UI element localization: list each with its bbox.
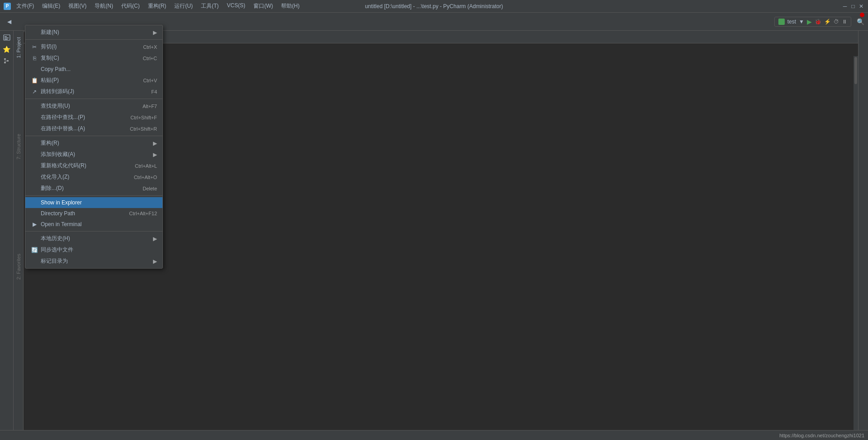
ctx-sep-3 [25, 136, 162, 136]
ctx-find-usages-shortcut: Alt+F7 [143, 104, 157, 109]
ctx-show-explorer[interactable]: Show in Explorer [25, 197, 162, 208]
ctx-delete-shortcut: Delete [143, 186, 157, 191]
ctx-directory-path-shortcut: Ctrl+Alt+F12 [129, 211, 157, 216]
ctx-replace-in-path[interactable]: 在路径中替换...(A) Ctrl+Shift+R [25, 123, 162, 134]
ctx-paste-shortcut: Ctrl+V [143, 78, 157, 83]
ctx-sep-4 [25, 195, 162, 196]
ctx-local-history[interactable]: 本地历史(H) ▶ [25, 233, 162, 244]
ctx-copy-path[interactable]: Copy Path... [25, 64, 162, 75]
ctx-reformat[interactable]: 重新格式化代码(R) Ctrl+Alt+L [25, 160, 162, 171]
ctx-mark-dir-arrow: ▶ [153, 258, 157, 265]
ctx-add-bookmark-arrow: ▶ [153, 151, 157, 158]
ctx-delete-label: 删除...(D) [41, 185, 135, 192]
ctx-reformat-shortcut: Ctrl+Alt+L [135, 163, 157, 169]
ctx-paste[interactable]: 📋 粘贴(P) Ctrl+V [25, 75, 162, 86]
ctx-refactor-arrow: ▶ [153, 140, 157, 147]
ctx-find-usages-label: 查找使用(U) [41, 102, 135, 110]
ctx-local-history-label: 本地历史(H) [41, 235, 149, 242]
ctx-local-history-arrow: ▶ [153, 236, 157, 242]
ctx-add-bookmark[interactable]: 添加到收藏(A) ▶ [25, 149, 162, 160]
ctx-mark-dir-label: 标记目录为 [41, 257, 149, 265]
ctx-find-in-path-label: 在路径中查找...(P) [41, 114, 123, 121]
ctx-sep-2 [25, 99, 162, 99]
ctx-jump-source-label: 跳转到源码(J) [41, 88, 144, 95]
ctx-mark-dir[interactable]: 标记目录为 ▶ [25, 255, 162, 267]
ctx-sync-label: 同步选中文件 [41, 246, 157, 254]
ctx-open-terminal-icon: ▶ [31, 221, 38, 227]
ctx-directory-path-label: Directory Path [41, 210, 122, 217]
ctx-find-in-path[interactable]: 在路径中查找...(P) Ctrl+Shift+F [25, 112, 162, 123]
ctx-new[interactable]: 新建(N) ▶ [25, 27, 162, 38]
ctx-find-in-path-shortcut: Ctrl+Shift+F [130, 115, 157, 120]
ctx-paste-icon: 📋 [31, 77, 38, 84]
ctx-replace-in-path-label: 在路径中替换...(A) [41, 125, 123, 132]
ctx-open-terminal[interactable]: ▶ Open in Terminal [25, 219, 162, 230]
ctx-replace-in-path-shortcut: Ctrl+Shift+R [130, 126, 157, 132]
ctx-sep-1 [25, 39, 162, 40]
context-menu-overlay: 新建(N) ▶ ✂ 剪切(I) Ctrl+X ⎘ 复制(C) Ctrl+C Co… [0, 0, 868, 440]
ctx-directory-path[interactable]: Directory Path Ctrl+Alt+F12 [25, 208, 162, 219]
ctx-reformat-label: 重新格式化代码(R) [41, 162, 128, 170]
context-menu: 新建(N) ▶ ✂ 剪切(I) Ctrl+X ⎘ 复制(C) Ctrl+C Co… [25, 25, 163, 269]
ctx-cut-label: 剪切(I) [41, 43, 136, 51]
ctx-new-label: 新建(N) [41, 28, 149, 36]
ctx-sep-5 [25, 231, 162, 232]
ctx-sync[interactable]: 🔄 同步选中文件 [25, 244, 162, 255]
ctx-optimize-imports-label: 优化导入(Z) [41, 173, 127, 181]
ctx-find-usages[interactable]: 查找使用(U) Alt+F7 [25, 100, 162, 112]
ctx-paste-label: 粘贴(P) [41, 76, 136, 84]
ctx-sync-icon: 🔄 [31, 247, 38, 253]
ctx-cut[interactable]: ✂ 剪切(I) Ctrl+X [25, 41, 162, 52]
ctx-optimize-imports-shortcut: Ctrl+Alt+O [134, 175, 157, 180]
ctx-open-terminal-label: Open in Terminal [41, 221, 157, 227]
ctx-jump-source[interactable]: ↗ 跳转到源码(J) F4 [25, 86, 162, 97]
ctx-cut-icon: ✂ [31, 44, 38, 50]
ctx-copy-shortcut: Ctrl+C [143, 56, 157, 61]
ctx-copy-path-label: Copy Path... [41, 66, 157, 72]
ctx-show-explorer-label: Show in Explorer [41, 199, 157, 206]
ctx-copy-label: 复制(C) [41, 54, 136, 62]
ctx-refactor-label: 重构(R) [41, 139, 149, 147]
ctx-jump-source-shortcut: F4 [151, 89, 157, 95]
ctx-delete[interactable]: 删除...(D) Delete [25, 183, 162, 194]
ctx-copy[interactable]: ⎘ 复制(C) Ctrl+C [25, 52, 162, 64]
ctx-refactor[interactable]: 重构(R) ▶ [25, 137, 162, 149]
ctx-copy-icon: ⎘ [31, 55, 38, 62]
ctx-add-bookmark-label: 添加到收藏(A) [41, 151, 149, 158]
ctx-optimize-imports[interactable]: 优化导入(Z) Ctrl+Alt+O [25, 171, 162, 183]
ctx-cut-shortcut: Ctrl+X [143, 44, 157, 50]
ctx-jump-source-icon: ↗ [31, 89, 38, 95]
ctx-new-arrow: ▶ [153, 29, 157, 36]
